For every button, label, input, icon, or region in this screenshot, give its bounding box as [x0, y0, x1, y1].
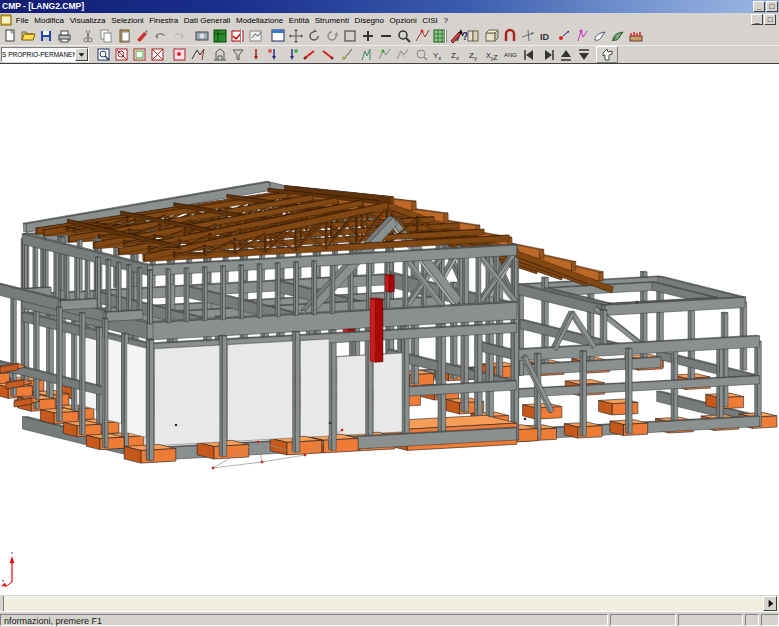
- svg-text:Zx: Zx: [451, 51, 459, 61]
- svg-text:Yx: Yx: [433, 51, 441, 61]
- svg-text:Zy: Zy: [469, 51, 477, 61]
- svg-text:ANG: ANG: [504, 52, 517, 58]
- svg-text:ID: ID: [540, 32, 550, 42]
- svg-text:XyZ: XyZ: [486, 52, 498, 61]
